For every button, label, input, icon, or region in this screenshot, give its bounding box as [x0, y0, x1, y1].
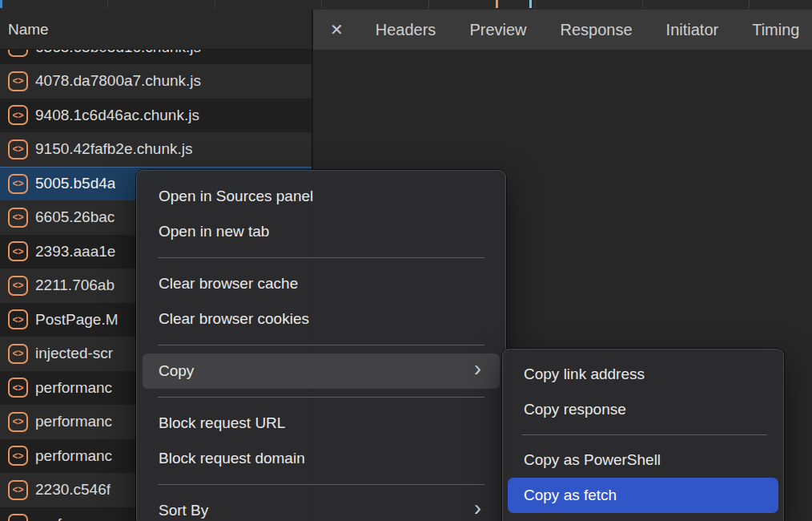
timeline-divider	[215, 0, 215, 8]
menu-item-label: Clear browser cookies	[159, 310, 309, 327]
menu-item-sort-by[interactable]: Sort By›	[137, 493, 505, 521]
detail-tab-bar: ✕ HeadersPreviewResponseInitiatorTiming	[313, 10, 812, 50]
request-name: performanc	[35, 515, 112, 521]
menu-separator	[158, 345, 484, 345]
js-file-icon: <>	[8, 174, 28, 194]
js-file-icon: <>	[8, 105, 28, 125]
js-file-icon: <>	[8, 139, 28, 160]
menu-separator	[522, 434, 767, 435]
request-name: injected-scr	[35, 345, 113, 362]
timeline-divider	[321, 0, 322, 8]
timeline-tick	[496, 0, 498, 8]
menu-item-label: Block request domain	[159, 450, 305, 466]
menu-item-label: Clear browser cache	[159, 275, 298, 292]
request-name: 2211.706ab	[35, 277, 115, 294]
request-name: 5005.b5d4a	[35, 175, 115, 192]
name-column-header[interactable]: Name	[0, 10, 312, 50]
menu-item-label: Copy link address	[524, 366, 645, 382]
js-file-icon: <>	[8, 480, 28, 500]
js-file-icon: <>	[8, 514, 28, 521]
tab-response[interactable]: Response	[561, 21, 633, 39]
network-request-row[interactable]: <>9408.1c6d46ac.chunk.js	[0, 99, 312, 133]
timeline-divider	[749, 0, 750, 8]
js-file-icon: <>	[8, 276, 28, 296]
request-name: 9150.42fafb2e.chunk.js	[35, 140, 193, 158]
request-name: performanc	[35, 413, 112, 430]
js-file-icon: <>	[8, 309, 28, 329]
request-name: 4078.da7800a7.chunk.js	[35, 72, 201, 90]
menu-item-copy-response[interactable]: Copy response	[503, 392, 783, 427]
timeline-divider	[642, 0, 643, 8]
request-name: performanc	[35, 447, 112, 465]
js-file-icon: <>	[8, 50, 28, 57]
detail-tabs: HeadersPreviewResponseInitiatorTiming	[376, 21, 812, 39]
timeline-divider	[428, 0, 429, 8]
request-name: PostPage.M	[35, 311, 119, 329]
devtools-network-panel: Name <>6365.65b05d16.chunk.js<>4078.da78…	[0, 0, 812, 521]
js-file-icon: <>	[8, 208, 28, 228]
timeline-divider	[535, 0, 536, 8]
menu-item-label: Open in Sources panel	[159, 188, 313, 204]
js-file-icon: <>	[8, 241, 28, 261]
menu-separator	[158, 484, 484, 485]
request-name: 2230.c546f	[35, 481, 111, 499]
submenu-chevron-icon: ›	[474, 491, 481, 521]
js-file-icon: <>	[8, 71, 28, 91]
menu-item-block-request-domain[interactable]: Block request domain	[137, 441, 505, 476]
menu-item-open-in-new-tab[interactable]: Open in new tab	[137, 214, 505, 249]
network-request-row[interactable]: <>9150.42fafb2e.chunk.js	[0, 132, 312, 167]
submenu-chevron-icon: ›	[474, 351, 481, 386]
timeline-tick	[0, 0, 2, 8]
menu-item-label: Copy as fetch	[524, 487, 617, 503]
menu-item-clear-browser-cookies[interactable]: Clear browser cookies	[137, 301, 505, 337]
js-file-icon: <>	[8, 344, 28, 364]
copy-submenu: Copy link addressCopy responseCopy as Po…	[502, 349, 784, 521]
menu-item-label: Open in new tab	[159, 223, 269, 240]
request-name: performanc	[35, 379, 112, 397]
timeline-divider	[107, 0, 108, 8]
menu-item-label: Copy response	[524, 401, 626, 418]
menu-item-label: Block request URL	[159, 414, 285, 431]
js-file-icon: <>	[8, 412, 28, 432]
context-menu: Open in Sources panelOpen in new tabClea…	[136, 170, 506, 521]
menu-item-copy-link-address[interactable]: Copy link address	[503, 357, 783, 392]
request-name: 2393.aaa1e	[35, 243, 115, 260]
js-file-icon: <>	[8, 378, 28, 398]
menu-separator	[158, 257, 484, 258]
request-name: 6605.26bac	[35, 208, 115, 226]
menu-item-label: Copy as PowerShell	[524, 451, 661, 468]
tab-initiator[interactable]: Initiator	[666, 21, 719, 39]
js-file-icon: <>	[8, 446, 28, 466]
menu-item-block-request-url[interactable]: Block request URL	[137, 406, 505, 441]
close-panel-button[interactable]: ✕	[330, 20, 344, 39]
tab-timing[interactable]: Timing	[752, 21, 799, 39]
menu-item-label: Sort By	[159, 502, 208, 519]
network-request-row[interactable]: <>6365.65b05d16.chunk.js	[0, 50, 312, 64]
menu-item-label: Copy	[159, 362, 194, 379]
menu-item-copy[interactable]: Copy›	[143, 353, 500, 389]
menu-item-copy-as-fetch[interactable]: Copy as fetch	[508, 478, 778, 513]
timeline-tick	[529, 0, 532, 8]
menu-item-clear-browser-cache[interactable]: Clear browser cache	[137, 266, 505, 301]
menu-separator	[158, 397, 484, 398]
menu-item-copy-as-powershell[interactable]: Copy as PowerShell	[503, 442, 783, 478]
request-name: 9408.1c6d46ac.chunk.js	[35, 107, 199, 124]
close-icon: ✕	[330, 21, 344, 38]
request-name: 6365.65b05d16.chunk.js	[35, 50, 201, 56]
network-request-row[interactable]: <>4078.da7800a7.chunk.js	[0, 64, 312, 99]
tab-headers[interactable]: Headers	[376, 21, 436, 39]
menu-item-open-in-sources-panel[interactable]: Open in Sources panel	[137, 179, 505, 214]
tab-preview[interactable]: Preview	[469, 21, 526, 39]
